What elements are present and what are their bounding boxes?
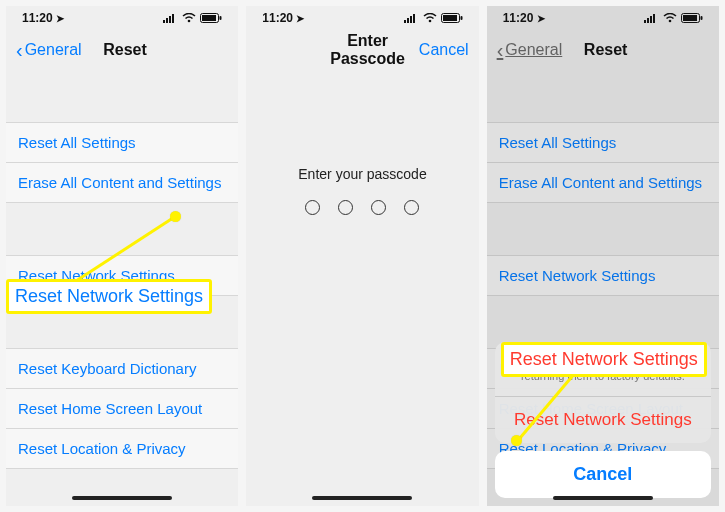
svg-rect-18 [647,18,649,23]
location-arrow-icon: ➤ [537,13,545,24]
passcode-area: Enter your passcode [246,70,478,506]
wifi-icon [423,13,437,23]
home-indicator[interactable] [312,496,412,500]
callout-reset-network: Reset Network Settings [6,279,212,314]
reset-home-screen-layout[interactable]: Reset Home Screen Layout [6,389,238,429]
reset-group-1: Reset All Settings Erase All Content and… [6,122,238,203]
wifi-icon [182,13,196,23]
svg-rect-1 [166,18,168,23]
battery-icon [200,13,222,23]
passcode-dots[interactable] [305,200,419,215]
location-arrow-icon: ➤ [56,13,64,24]
svg-rect-0 [163,20,165,23]
back-button[interactable]: ‹General [497,40,563,60]
screen-2-passcode: 11:20 ➤ Enter Passcode Cancel Enter your… [246,6,478,506]
back-button[interactable]: ‹General [16,40,82,60]
nav-bar: ‹General Reset [487,30,719,70]
reset-group-3: Reset Keyboard Dictionary Reset Home Scr… [6,348,238,469]
passcode-dot [404,200,419,215]
callout-dot [170,211,181,222]
screen-3-confirm: 11:20 ➤ ‹General Reset Reset All Setting… [487,6,719,506]
nav-bar: ‹General Reset [6,30,238,70]
wifi-icon [663,13,677,23]
status-bar: 11:20 ➤ [246,6,478,30]
nav-title: Reset [562,41,649,59]
callout-reset-network: Reset Network Settings [501,342,707,377]
home-indicator[interactable] [553,496,653,500]
status-time: 11:20 [22,11,53,25]
svg-rect-12 [413,14,415,23]
svg-point-4 [188,20,191,23]
home-indicator[interactable] [72,496,172,500]
nav-bar: Enter Passcode Cancel [246,30,478,70]
nav-title: Reset [82,41,169,59]
cancel-button[interactable]: Cancel [419,41,469,59]
svg-rect-23 [683,15,697,21]
svg-rect-15 [443,15,457,21]
svg-rect-19 [650,16,652,23]
svg-rect-11 [410,16,412,23]
signal-icon [163,13,178,23]
svg-rect-20 [653,14,655,23]
reset-keyboard-dictionary[interactable]: Reset Keyboard Dictionary [6,348,238,389]
nav-title: Enter Passcode [316,32,419,68]
status-time: 11:20 [262,11,293,25]
svg-point-21 [669,20,672,23]
back-label: General [505,41,562,59]
svg-rect-17 [644,20,646,23]
svg-rect-6 [202,15,216,21]
chevron-left-icon: ‹ [497,40,504,60]
status-bar: 11:20 ➤ [487,6,719,30]
location-arrow-icon: ➤ [296,13,304,24]
reset-network-settings[interactable]: Reset Network Settings [487,255,719,296]
passcode-dot [305,200,320,215]
svg-rect-16 [460,16,462,20]
battery-icon [681,13,703,23]
reset-group-2: Reset Network Settings [487,255,719,296]
action-sheet-confirm[interactable]: Reset Network Settings [495,397,711,443]
erase-all-content[interactable]: Erase All Content and Settings [6,163,238,203]
reset-location-privacy[interactable]: Reset Location & Privacy [6,429,238,469]
svg-rect-7 [220,16,222,20]
svg-rect-3 [172,14,174,23]
svg-rect-24 [700,16,702,20]
screen-1-reset: 11:20 ➤ ‹General Reset Reset All Setting… [6,6,238,506]
reset-group-1: Reset All Settings Erase All Content and… [487,122,719,203]
svg-rect-10 [407,18,409,23]
status-bar: 11:20 ➤ [6,6,238,30]
status-time: 11:20 [503,11,534,25]
svg-rect-2 [169,16,171,23]
passcode-dot [371,200,386,215]
chevron-left-icon: ‹ [16,40,23,60]
passcode-prompt: Enter your passcode [298,166,426,182]
svg-point-13 [428,20,431,23]
battery-icon [441,13,463,23]
back-label: General [25,41,82,59]
reset-all-settings[interactable]: Reset All Settings [6,122,238,163]
passcode-dot [338,200,353,215]
action-sheet-cancel[interactable]: Cancel [495,451,711,498]
svg-rect-9 [404,20,406,23]
reset-all-settings[interactable]: Reset All Settings [487,122,719,163]
signal-icon [644,13,659,23]
callout-dot [511,435,522,446]
erase-all-content[interactable]: Erase All Content and Settings [487,163,719,203]
signal-icon [404,13,419,23]
